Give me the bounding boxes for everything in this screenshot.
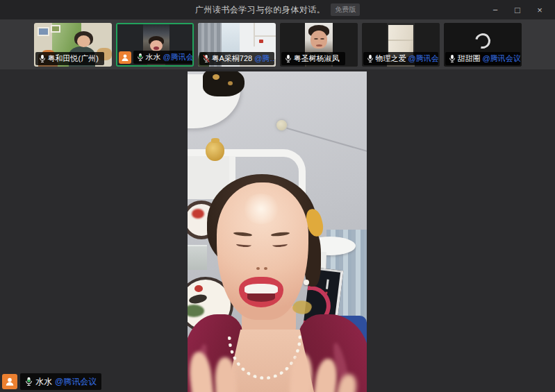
participant-name-label: 粤和田悦(广州) — [35, 52, 104, 65]
dark-figurine — [203, 71, 245, 96]
window-controls: − □ × — [484, 0, 551, 19]
participant-suffix: @腾讯会议 — [483, 55, 520, 62]
wall-painting — [51, 25, 60, 33]
participant-thumbnail-5[interactable]: 物理之爱@腾讯会议 — [362, 23, 440, 67]
speaker-name: 水水 — [35, 377, 52, 386]
main-video-feed[interactable] — [188, 71, 367, 392]
participant-name: 粤A采桐728 — [212, 55, 253, 62]
participant-thumbnail-1[interactable]: 粤和田悦(广州) — [34, 23, 112, 67]
participant-suffix: @腾讯会议 — [163, 53, 194, 61]
mic-icon — [39, 54, 46, 63]
participant-name-label: 甜甜圈@腾讯会议 — [445, 52, 520, 65]
participant-name-label: 物理之爱@腾讯会议 — [363, 52, 438, 65]
participant-face — [77, 35, 90, 47]
participant-name-label: 粤A采桐728@腾… — [199, 52, 274, 65]
wall-painting — [38, 27, 49, 36]
participant-name-label: 水水@腾讯会议 — [133, 51, 194, 64]
host-badge — [2, 374, 17, 389]
meeting-title: 广州读书会学习与你的身体对话。 — [195, 4, 326, 16]
mic-icon — [285, 54, 292, 63]
mic-muted-icon — [203, 54, 210, 63]
host-badge — [119, 51, 131, 64]
participant-thumbnail-4[interactable]: 粤圣树杨淑凤 — [280, 23, 358, 67]
main-speaker-view: 水水@腾讯会议 — [0, 69, 555, 392]
participant-suffix: @腾讯会议 — [408, 55, 438, 62]
meeting-window: 广州读书会学习与你的身体对话。 免费版 − □ × — [0, 0, 555, 392]
participant-name: 粤圣树杨淑凤 — [294, 55, 340, 62]
mic-active-icon — [25, 377, 33, 386]
active-speaker-tag: 水水@腾讯会议 — [2, 373, 101, 390]
gold-teapot — [206, 141, 224, 161]
participant-thumbnail-6[interactable]: 甜甜圈@腾讯会议 — [444, 23, 522, 67]
title-group: 广州读书会学习与你的身体对话。 免费版 — [0, 0, 555, 19]
ceiling-lamp — [276, 120, 287, 130]
close-button[interactable]: × — [529, 0, 551, 19]
participant-name: 甜甜圈 — [458, 55, 481, 62]
free-version-badge: 免费版 — [331, 3, 360, 16]
participant-name: 水水 — [146, 53, 161, 61]
speaker-name-label: 水水@腾讯会议 — [20, 373, 101, 390]
title-bar: 广州读书会学习与你的身体对话。 免费版 − □ × — [0, 0, 555, 19]
participant-name-label: 粤圣树杨淑凤 — [281, 52, 345, 65]
pearl-earring — [304, 280, 309, 285]
minimize-button[interactable]: − — [484, 0, 506, 19]
participant-thumbnail-2-active[interactable]: 水水@腾讯会议 — [116, 23, 194, 67]
mic-icon — [449, 54, 456, 63]
speaker-suffix: @腾讯会议 — [55, 377, 97, 386]
person-icon — [5, 377, 15, 386]
participant-filmstrip: 粤和田悦(广州) 水水@腾讯会议 — [0, 19, 555, 69]
participant-name: 物理之爱 — [376, 55, 406, 62]
participant-thumbnail-3[interactable]: 粤A采桐728@腾… — [198, 23, 276, 67]
participant-name: 粤和田悦(广州) — [48, 55, 99, 62]
mic-active-icon — [137, 53, 144, 62]
person-icon — [121, 53, 129, 62]
mic-icon — [367, 54, 374, 63]
participant-suffix: @腾… — [254, 55, 274, 62]
maximize-button[interactable]: □ — [506, 0, 529, 19]
